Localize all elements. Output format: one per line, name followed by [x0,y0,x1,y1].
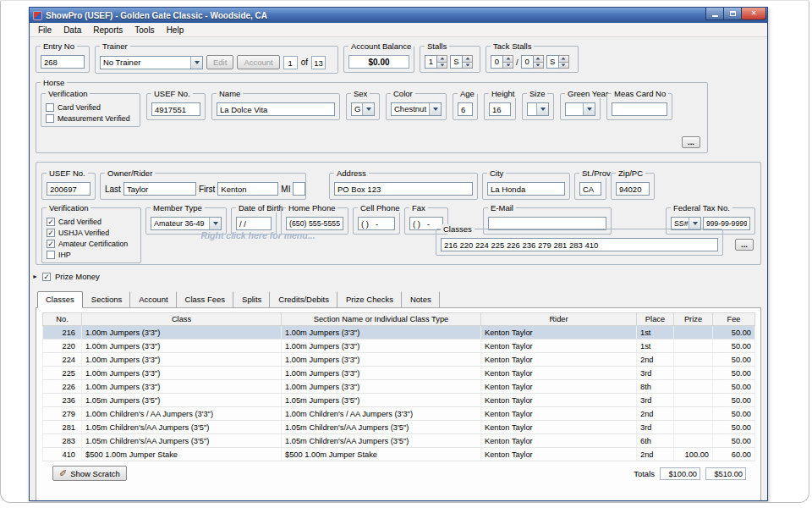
tab-prize-checks[interactable]: Prize Checks [337,291,402,308]
checked-checkbox-icon[interactable] [47,218,55,226]
horse-height-input[interactable] [489,102,511,116]
checkbox-ihp[interactable]: IHP [47,250,136,260]
table-row-216[interactable]: 2161.00m Jumpers (3'3")1.00m Jumpers (3'… [43,326,755,340]
stalls-type-spinner[interactable]: S [450,55,473,69]
horse-size-select[interactable] [527,102,549,116]
column-header-class[interactable]: Class [82,313,282,326]
spinner-value[interactable]: 0 [491,55,503,69]
dropdown-arrow-icon[interactable] [429,103,441,115]
spinner-value[interactable]: S [546,55,559,69]
classes-browse-button[interactable]: ... [735,239,754,251]
column-header-prize[interactable]: Prize [674,313,713,326]
mi-input[interactable] [293,182,305,196]
table-row-283[interactable]: 2831.05m Children's/AA Jumpers (3'5")1.0… [43,434,755,448]
tab-splits[interactable]: Splits [233,291,270,308]
dropdown-arrow-icon[interactable] [190,57,202,69]
table-row-279[interactable]: 2791.00m Children's / AA Jumpers (3'3")1… [43,407,755,421]
horse-age-input[interactable] [458,102,473,116]
rider-usef-no-input[interactable] [47,182,91,196]
last-name-input[interactable] [123,182,196,196]
spinner-up-button[interactable] [534,55,544,63]
stalls-count-spinner[interactable]: 1 [425,55,447,69]
unchecked-checkbox-icon[interactable] [46,103,54,112]
meas-card-browse-button[interactable]: ... [682,136,700,148]
table-row-226[interactable]: 2261.00m Jumpers (3'3")1.00m Jumpers (3'… [43,380,755,394]
horse-name-input[interactable] [217,102,335,116]
address-input[interactable] [334,182,473,196]
column-header-place[interactable]: Place [637,313,674,326]
unchecked-checkbox-icon[interactable] [47,251,55,259]
table-row-281[interactable]: 2811.05m Children's/AA Jumpers (3'5")1.0… [43,421,755,434]
menu-data[interactable]: Data [58,24,87,36]
entry-no-input[interactable] [41,55,85,69]
horse-color-select[interactable]: Chestnut [391,102,442,116]
checked-checkbox-icon[interactable] [47,229,55,237]
spinner-down-button[interactable] [559,63,569,69]
table-row-410[interactable]: 410$500 1.00m Jumper Stake$500 1.00m Jum… [43,448,755,461]
checked-checkbox-icon[interactable] [47,240,55,248]
prize-money-checkbox[interactable] [42,273,51,281]
checkbox-card-verified[interactable]: Card Verified [46,102,135,113]
spinner-value[interactable]: 1 [425,55,437,69]
checkbox-ushja-verified[interactable]: USHJA Verified [47,228,136,238]
spinner-up-button[interactable] [559,55,569,63]
dropdown-arrow-icon[interactable] [362,103,374,115]
city-input[interactable] [487,182,565,196]
spinner-up-button[interactable] [463,55,473,63]
tack-type-spinner[interactable]: S [546,55,569,69]
spinner-down-button[interactable] [437,63,447,69]
tab-credits-debits[interactable]: Credits/Debits [270,291,337,308]
tab-classes[interactable]: Classes [37,291,83,308]
table-row-225[interactable]: 2251.00m Jumpers (3'3")1.00m Jumpers (3'… [43,367,755,380]
horse-usef-no-input[interactable] [151,102,200,116]
menu-reports[interactable]: Reports [87,24,129,36]
table-row-220[interactable]: 2201.00m Jumpers (3'3")1.00m Jumpers (3'… [43,340,755,353]
edit-button[interactable]: Edit [206,55,233,69]
horse-green-year-select[interactable] [565,102,595,116]
menu-file[interactable]: File [32,24,58,36]
spinner-value[interactable]: S [450,55,463,69]
table-row-236[interactable]: 2361.05m Jumpers (3'5")1.05m Jumpers (3'… [43,394,755,407]
horse-sex-select[interactable]: G [351,102,375,116]
spinner-down-button[interactable] [503,63,513,69]
account-button[interactable]: Account [237,55,279,69]
minimize-button[interactable] [705,8,724,20]
classes-input[interactable] [441,238,718,251]
home-phone-input[interactable] [286,217,343,230]
menu-tools[interactable]: Tools [129,24,160,36]
dropdown-arrow-icon[interactable] [689,218,700,229]
column-header-no[interactable]: No. [43,313,82,326]
zip-input[interactable] [616,182,650,196]
tab-sections[interactable]: Sections [83,291,130,308]
dropdown-arrow-icon[interactable] [209,218,221,229]
show-scratch-button[interactable]: ✐ Show Scratch [52,466,127,481]
close-button[interactable]: ✕ [741,8,766,20]
table-row-224[interactable]: 2241.00m Jumpers (3'3")1.00m Jumpers (3'… [43,353,755,367]
dropdown-arrow-icon[interactable] [583,103,595,115]
meas-card-input[interactable] [612,102,667,116]
column-header-rider[interactable]: Rider [481,313,637,326]
maximize-button[interactable] [723,8,742,20]
unchecked-checkbox-icon[interactable] [46,114,54,123]
checkbox-card-verified[interactable]: Card Verified [47,217,136,227]
checkbox-measurement-verified[interactable]: Measurement Verified [46,113,135,124]
spinner-up-button[interactable] [437,55,447,63]
dob-input[interactable] [236,217,272,230]
column-header-fee[interactable]: Fee [713,313,755,326]
column-header-section-name-or-individual-class-type[interactable]: Section Name or Individual Class Type [282,313,481,326]
tack-count2-spinner[interactable]: 0 [521,55,544,69]
spinner-value[interactable]: 0 [521,55,534,69]
first-name-input[interactable] [217,182,278,196]
spinner-down-button[interactable] [534,63,544,69]
tab-notes[interactable]: Notes [402,291,440,308]
dropdown-arrow-icon[interactable] [536,103,548,115]
tab-account[interactable]: Account [130,291,176,308]
title-bar[interactable]: ShowPro (USEF) - Golden Gate Classic - W… [30,8,767,23]
spinner-up-button[interactable] [503,55,513,63]
menu-help[interactable]: Help [161,24,190,36]
trainer-select[interactable]: No Trainer [100,56,203,69]
spinner-down-button[interactable] [463,63,473,69]
member-type-select[interactable]: Amateur 36-49 [151,217,222,230]
tack-count1-spinner[interactable]: 0 [491,55,513,69]
tab-class-fees[interactable]: Class Fees [177,291,234,308]
